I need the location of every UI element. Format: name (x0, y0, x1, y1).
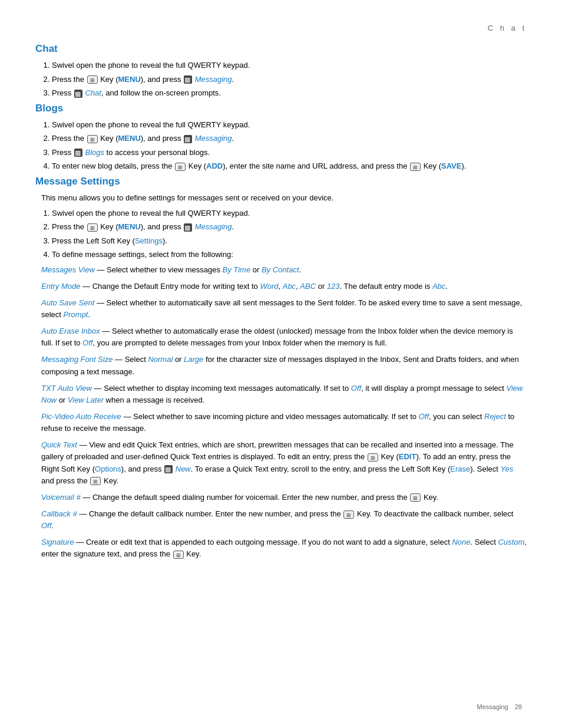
new-icon (164, 465, 173, 473)
section-title-chat: Chat (35, 43, 527, 55)
messaging-icon (184, 135, 192, 143)
off-link-1: Off (82, 338, 92, 347)
save-label: SAVE (441, 162, 461, 170)
term-signature: Signature (41, 538, 74, 546)
save-key-icon: ⊞ (410, 163, 421, 171)
definitions-block: Messages View — Select whether to view m… (41, 264, 527, 561)
settings-label: Settings (135, 236, 163, 245)
menu-key-icon: ⊞ (87, 135, 98, 143)
definition-callback: Callback # — Change the default callback… (41, 508, 527, 532)
word-link: Word (260, 282, 278, 291)
definition-messaging-font-size: Messaging Font Size — Select Normal or L… (41, 354, 527, 377)
chat-link: Chat (85, 88, 101, 97)
messaging-link: Messaging (195, 222, 232, 231)
custom-link: Custom (498, 538, 524, 546)
list-item: Press Chat, and follow the on-screen pro… (52, 87, 527, 99)
chat-icon (74, 90, 82, 98)
none-link: None (452, 538, 470, 546)
list-item: Swivel open the phone to reveal the full… (52, 207, 527, 219)
erase-label: Erase (450, 465, 470, 473)
term-auto-save-sent: Auto Save Sent (41, 298, 94, 307)
menu-label: MENU (118, 222, 141, 231)
page-footer: Messaging 28 (477, 703, 527, 710)
definition-signature: Signature — Create or edit text that is … (41, 536, 527, 560)
menu-label: MENU (118, 75, 141, 84)
callback-key-icon: ⊞ (343, 510, 354, 519)
definition-txt-auto-view: TXT Auto View — Select whether to displa… (41, 383, 527, 406)
messaging-link: Messaging (195, 75, 232, 84)
edit-key-icon: ⊞ (368, 453, 378, 462)
definition-entry-mode: Entry Mode — Change the Default Entry mo… (41, 281, 527, 292)
menu-label: MENU (118, 134, 141, 143)
add-key-icon: ⊞ (175, 163, 186, 171)
term-messages-view: Messages View (41, 265, 95, 274)
off-link-2: Off (351, 384, 361, 393)
voicemail-key-icon: ⊞ (410, 493, 421, 502)
definition-auto-erase-inbox: Auto Erase Inbox — Select whether to aut… (41, 325, 527, 349)
term-pic-video-auto-receive: Pic-Video Auto Receive (41, 412, 121, 421)
menu-key-icon: ⊞ (87, 75, 98, 84)
yes-link: Yes (501, 465, 514, 473)
definition-auto-save-sent: Auto Save Sent — Select whether to autom… (41, 297, 527, 321)
term-txt-auto-view: TXT Auto View (41, 384, 92, 393)
blogs-steps: Swivel open the phone to reveal the full… (52, 119, 527, 172)
definition-messages-view: Messages View — Select whether to view m… (41, 264, 527, 276)
term-entry-mode: Entry Mode (41, 282, 80, 291)
options-label: Options (95, 465, 121, 473)
off-link-3: Off (419, 412, 429, 421)
list-item: Swivel open the phone to reveal the full… (52, 60, 527, 71)
add-label: ADD (206, 162, 223, 170)
footer-page: 28 (515, 703, 522, 710)
list-item: To define message settings, select from … (52, 249, 527, 261)
abc-link: Abc (283, 282, 296, 291)
term-messaging-font-size: Messaging Font Size (41, 355, 113, 364)
list-item: Swivel open the phone to reveal the full… (52, 119, 527, 131)
list-item: Press the ⊞ Key (MENU), and press Messag… (52, 221, 527, 233)
list-item: Press the ⊞ Key (MENU), and press Messag… (52, 74, 527, 85)
list-item: Press the Left Soft Key (Settings). (52, 235, 527, 247)
123-link: 123 (327, 282, 340, 291)
large-link: Large (184, 355, 203, 364)
term-quick-text: Quick Text (41, 440, 77, 449)
view-later-link: View Later (68, 396, 104, 404)
section-blogs: Blogs Swivel open the phone to reveal th… (35, 103, 527, 172)
list-item: To enter new blog details, press the ⊞ K… (52, 160, 527, 172)
normal-link: Normal (148, 355, 173, 364)
list-item: Press Blogs to access your personal blog… (52, 147, 527, 159)
definition-pic-video-auto-receive: Pic-Video Auto Receive — Select whether … (41, 411, 527, 434)
off-link-4: Off (41, 521, 51, 530)
ABC-link: ABC (300, 282, 316, 291)
signature-key-icon: ⊞ (173, 551, 184, 559)
by-contact-link: By Contact (262, 265, 299, 274)
prompt-link: Prompt (64, 310, 88, 319)
messaging-icon (184, 223, 192, 232)
blogs-link: Blogs (85, 148, 104, 157)
definition-quick-text: Quick Text — View and edit Quick Text en… (41, 439, 527, 487)
list-item: Press the ⊞ Key (MENU), and press Messag… (52, 133, 527, 144)
footer-section: Messaging (477, 703, 508, 710)
by-time-link: By Time (223, 265, 251, 274)
term-callback: Callback # (41, 509, 77, 518)
page-header: C h a t (35, 24, 527, 32)
term-voicemail: Voicemail # (41, 493, 81, 502)
edit-label: EDIT (399, 452, 416, 461)
term-auto-erase-inbox: Auto Erase Inbox (41, 327, 100, 335)
view-now-link: View Now (41, 384, 523, 404)
blogs-icon (74, 149, 82, 157)
section-message-settings: Message Settings This menu allows you to… (35, 176, 527, 561)
section-title-message-settings: Message Settings (35, 176, 527, 187)
chapter-title: C h a t (488, 24, 527, 32)
new-link: New (176, 465, 191, 473)
definition-voicemail: Voicemail # — Change the default speed d… (41, 492, 527, 503)
messaging-icon (184, 75, 192, 84)
message-settings-intro: This menu allows you to define settings … (41, 192, 527, 204)
section-chat: Chat Swivel open the phone to reveal the… (35, 43, 527, 99)
menu-key-icon: ⊞ (87, 223, 98, 232)
chat-steps: Swivel open the phone to reveal the full… (52, 60, 527, 99)
confirm-key-icon: ⊞ (90, 477, 101, 485)
reject-link: Reject (484, 412, 506, 421)
messaging-link: Messaging (195, 134, 232, 143)
message-settings-steps: Swivel open the phone to reveal the full… (52, 207, 527, 261)
abc-default: Abc (432, 282, 445, 291)
section-title-blogs: Blogs (35, 103, 527, 114)
